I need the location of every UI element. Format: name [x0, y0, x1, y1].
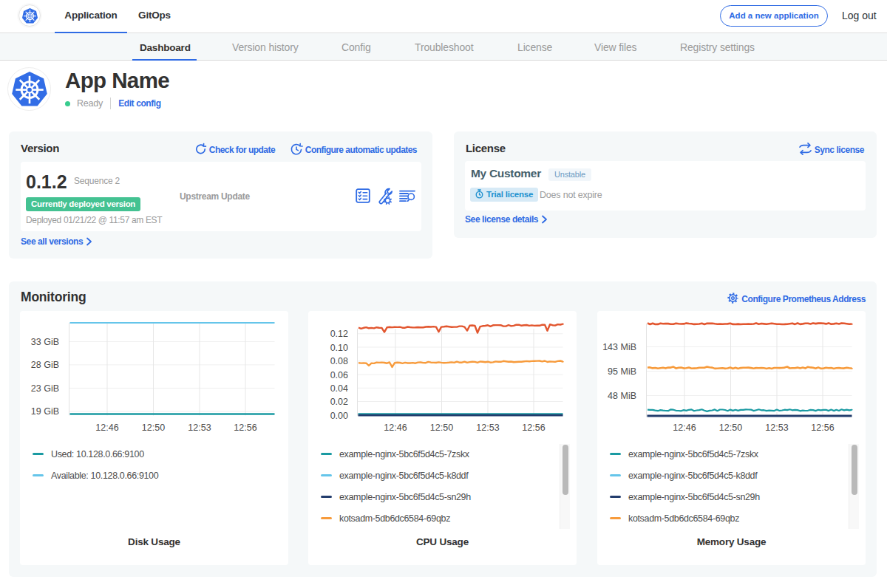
svg-text:12:46: 12:46 [95, 423, 118, 433]
svg-text:12:56: 12:56 [522, 423, 545, 433]
svg-text:0.02: 0.02 [330, 397, 348, 407]
svg-text:12:46: 12:46 [673, 423, 696, 433]
svg-text:12:56: 12:56 [811, 423, 834, 433]
svg-text:23 GiB: 23 GiB [31, 383, 59, 394]
svg-text:0.06: 0.06 [330, 370, 348, 380]
svg-text:12:46: 12:46 [384, 423, 407, 433]
svg-text:19 GiB: 19 GiB [31, 406, 59, 417]
svg-text:12:56: 12:56 [234, 423, 256, 433]
svg-text:12:53: 12:53 [765, 423, 788, 433]
svg-text:12:53: 12:53 [188, 423, 211, 433]
svg-text:12:50: 12:50 [142, 423, 165, 433]
svg-text:12:50: 12:50 [719, 423, 742, 433]
svg-text:0.12: 0.12 [330, 329, 348, 339]
svg-text:0.10: 0.10 [330, 343, 348, 353]
svg-text:33 GiB: 33 GiB [31, 337, 59, 347]
svg-text:12:50: 12:50 [430, 423, 453, 433]
svg-text:28 GiB: 28 GiB [31, 360, 59, 370]
svg-text:95 MiB: 95 MiB [608, 366, 636, 377]
svg-text:0.04: 0.04 [330, 383, 348, 394]
svg-text:48 MiB: 48 MiB [608, 391, 636, 401]
svg-text:0.00: 0.00 [330, 411, 348, 421]
svg-text:12:53: 12:53 [476, 423, 499, 433]
svg-text:143 MiB: 143 MiB [602, 342, 636, 352]
svg-text:0.08: 0.08 [330, 356, 348, 366]
